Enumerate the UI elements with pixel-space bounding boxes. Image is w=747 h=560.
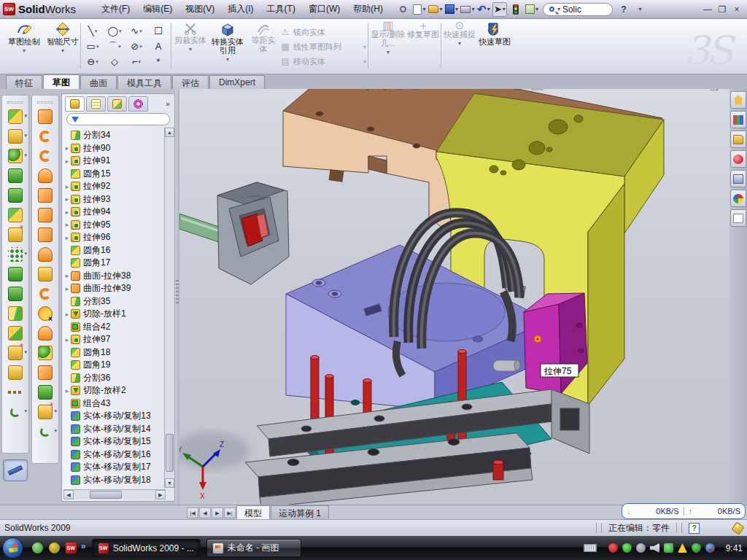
tab-dimxpert-manager[interactable] [128, 96, 148, 112]
taskpane-tab-view-palette[interactable] [730, 170, 746, 187]
sketch-button[interactable]: 草图绘制▾ [4, 21, 44, 72]
line-icon[interactable]: ╲▾ [82, 23, 104, 39]
scroll-down-button[interactable]: ▼ [165, 478, 174, 488]
tree-tabs-overflow[interactable]: » [166, 99, 170, 108]
tree-item-圆角16[interactable]: 圆角16 [63, 244, 164, 257]
rectangle-icon[interactable]: ▭▾ [82, 39, 104, 54]
rebuild-icon[interactable] [508, 2, 523, 17]
scroll-up-button[interactable]: ▲ [165, 128, 174, 137]
flex-button[interactable]: ▾ [4, 402, 26, 421]
tray-warning-icon[interactable] [678, 543, 687, 553]
tray-shield-green-icon[interactable] [622, 543, 632, 553]
extruded-boss-button[interactable]: ▾ [4, 106, 26, 126]
tab-草图[interactable]: 草图 [43, 74, 80, 89]
split-tool-button[interactable] [4, 303, 26, 323]
rib-button[interactable] [4, 264, 26, 284]
undo-button[interactable]: ↶▾ [476, 2, 491, 17]
spline-icon[interactable]: ∿▾ [125, 23, 147, 39]
ruled-surface-button[interactable] [34, 264, 56, 284]
tray-blocked-icon[interactable] [705, 543, 715, 553]
quick-tips-icon[interactable]: ? [689, 523, 700, 534]
replace-face-button[interactable] [34, 323, 56, 343]
tree-item-实体-移动/复制16[interactable]: 实体-移动/复制16 [63, 448, 164, 462]
dropdown-arrow-icon[interactable]: ▾ [24, 349, 27, 355]
tree-item-拉伸96[interactable]: ▸拉伸96 [63, 231, 164, 244]
freeform-button[interactable]: ▾ [34, 421, 56, 441]
repair-sketch-button[interactable]: ＋ 修复草图 [407, 21, 439, 72]
taskpane-tab-custom-properties[interactable] [730, 209, 746, 227]
convert-entities-button[interactable]: 转换实体引用▾ [209, 21, 247, 72]
search-input[interactable]: ▾ Solic [543, 3, 613, 16]
circle-icon[interactable]: ◯▾ [104, 23, 125, 39]
return-pin-stub[interactable] [493, 460, 503, 480]
tab-模具工具[interactable]: 模具工具 [117, 75, 171, 89]
tab-特征[interactable]: 特征 [6, 75, 42, 89]
doc-nav-3[interactable]: ▶| [224, 508, 236, 518]
tray-shield-plus-icon[interactable] [692, 543, 701, 553]
task-button-SolidWorks 2009 - ...[interactable]: SWSolidWorks 2009 - ... [92, 539, 201, 557]
quick-launch-solidworks[interactable]: SW [66, 542, 77, 553]
extruded-cut-button[interactable]: ▾ [4, 126, 26, 146]
pushpin-icon[interactable] [396, 2, 411, 17]
insert-surface-button[interactable]: ▾ [34, 402, 56, 421]
expand-arrow-icon[interactable]: ▸ [63, 209, 71, 216]
tree-item-圆角17[interactable]: 圆角17 [63, 257, 164, 270]
tab-评估[interactable]: 评估 [172, 75, 209, 89]
base-rails[interactable] [245, 389, 589, 505]
close-button[interactable]: × [730, 4, 743, 15]
tab-configuration-manager[interactable] [107, 96, 127, 112]
expand-arrow-icon[interactable]: ▸ [63, 311, 71, 318]
hole-wizard-button[interactable] [4, 225, 26, 244]
help-button[interactable]: ? [616, 2, 631, 17]
linear-pattern-button[interactable]: ▾ [4, 244, 26, 264]
expand-arrow-icon[interactable]: ▸ [63, 183, 71, 190]
surface-fillet-button[interactable] [34, 343, 56, 362]
minimize-button[interactable]: — [701, 4, 714, 15]
select-button[interactable]: ➤▾ [492, 2, 507, 17]
insert-part-button[interactable]: ▾ [4, 343, 26, 362]
tree-item-拉伸97[interactable]: ▸拉伸97 [63, 333, 164, 346]
tree-item-实体-移动/复制18[interactable]: 实体-移动/复制18 [63, 474, 164, 487]
tree-item-圆角18[interactable]: 圆角18 [63, 346, 164, 359]
quick-launch-messenger[interactable] [32, 542, 43, 553]
menu-视图(V)[interactable]: 视图(V) [179, 0, 221, 18]
tree-item-切除-放样1[interactable]: ▸切除-放样1 [63, 308, 164, 321]
measure-button[interactable] [3, 459, 28, 481]
planar-surface-button[interactable] [34, 225, 56, 244]
chamfer-button[interactable] [4, 166, 26, 185]
swept-surface-button[interactable] [34, 106, 56, 126]
menu-编辑(E)[interactable]: 编辑(E) [136, 0, 179, 18]
dropdown-arrow-icon[interactable]: ▾ [24, 152, 27, 158]
expand-arrow-icon[interactable]: ▸ [63, 272, 71, 279]
point-icon[interactable]: * [147, 54, 169, 69]
scroll-left-button[interactable]: ◀ [63, 490, 74, 499]
tree-item-拉伸94[interactable]: ▸拉伸94 [63, 206, 164, 219]
expand-arrow-icon[interactable]: ▸ [63, 387, 71, 394]
dropdown-arrow-icon[interactable]: ▾ [24, 113, 27, 119]
tab-property-manager[interactable] [86, 96, 106, 112]
linear-sketch-pattern-button[interactable]: ▦线性草图阵列▾ [280, 39, 366, 54]
doc-nav-0[interactable]: |◀ [187, 508, 198, 518]
doc-minimize-button[interactable]: — [693, 89, 703, 93]
tab-曲面[interactable]: 曲面 [80, 75, 117, 89]
open-button[interactable]: ▾ [428, 2, 443, 17]
tree-item-拉伸91[interactable]: ▸拉伸91 [63, 155, 164, 168]
delete-body-button[interactable] [4, 362, 26, 382]
doc-nav-1[interactable]: ◀ [199, 508, 211, 518]
graphics-viewport[interactable]: Y Z X ▾ ▾ ▾ ▾ ▾ [179, 89, 729, 505]
tree-item-组合42[interactable]: 组合42 [63, 321, 164, 334]
draft-button[interactable] [4, 205, 26, 225]
tab-DimXpert[interactable]: DimXpert [209, 75, 265, 89]
tab-feature-manager[interactable] [65, 96, 85, 112]
ellipse-icon[interactable]: ⊘▾ [125, 39, 147, 54]
scene-icon[interactable]: ▾ [532, 89, 549, 90]
scroll-right-button[interactable]: ▶ [155, 490, 166, 499]
doc-nav-2[interactable]: ▶ [212, 508, 223, 518]
tree-item-切除-放样2[interactable]: ▸切除-放样2 [63, 384, 164, 397]
new-document-button[interactable]: ▾ [412, 2, 427, 17]
dropdown-arrow-icon[interactable]: ▾ [54, 428, 57, 434]
options-button[interactable]: ▾ [525, 2, 539, 17]
menu-窗口(W)[interactable]: 窗口(W) [302, 0, 347, 18]
arc-icon[interactable]: ⌒▾ [104, 39, 125, 54]
polygon-icon[interactable]: ◇ [104, 54, 125, 69]
